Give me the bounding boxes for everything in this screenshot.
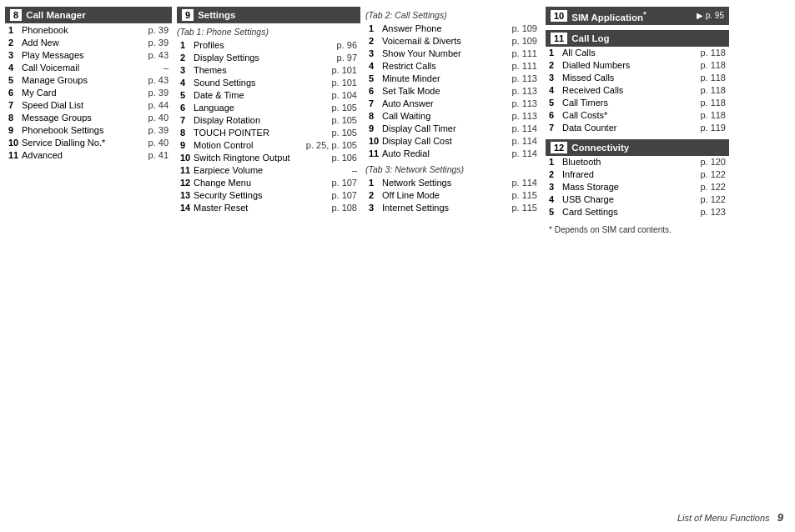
list-item: 9 Display Call Timer p. 114 [365,122,541,134]
list-item: 9 Motion Control p. 25, p. 105 [177,138,360,151]
list-item: 4 Call Voicemail – [5,61,172,73]
list-item: 7 Data Counter p. 119 [546,122,729,134]
list-item: 4 Sound Settings p. 101 [177,76,360,88]
section8-num: 8 [10,9,22,21]
list-item: 6 Set Talk Mode p. 113 [365,84,541,97]
list-item: 10 Display Call Cost p. 114 [365,134,541,147]
list-item: 11 Auto Redial p. 114 [365,147,541,159]
list-item: 5 Date & Time p. 104 [177,88,360,101]
tab2-label: (Tab 2: Call Settings) [365,10,541,20]
list-item: 7 Display Rotation p. 105 [177,113,360,126]
connectivity-list: 1 Bluetooth p. 120 2 Infrared p. 122 3 M… [546,156,729,218]
section10-num: 10 [551,10,567,22]
list-item: 4 USB Charge p. 122 [546,193,729,206]
section12-header: 12 Connectivity [546,139,729,156]
list-item: 11 Earpiece Volume – [177,163,360,176]
section10-header: 10 SIM Application* ▶ p. 95 [546,7,729,25]
list-item: 12 Change Menu p. 107 [177,176,360,188]
call-log-list: 1 All Calls p. 118 2 Dialled Numbers p. … [546,47,729,134]
list-item: 1 All Calls p. 118 [546,47,729,59]
list-item: 2 Infrared p. 122 [546,168,729,181]
list-item: 4 Received Calls p. 118 [546,84,729,97]
list-item: 8 Call Waiting p. 113 [365,109,541,122]
section12-num: 12 [551,142,567,153]
list-item: 1 Answer Phone p. 109 [365,22,541,34]
list-item: 9 Phonebook Settings p. 39 [5,123,172,136]
section9-header: 9 Settings [177,7,360,23]
col3-settings-tabs: (Tab 2: Call Settings) 1 Answer Phone p.… [365,7,541,525]
list-item: 3 Internet Settings p. 115 [365,201,541,213]
list-item: 10 Service Dialling No.* p. 40 [5,136,172,148]
list-item: 6 Language p. 105 [177,101,360,113]
page-footer: List of Menu Functions 9 [677,511,783,524]
list-item: 10 Switch Ringtone Output p. 106 [177,151,360,163]
list-item: 6 Call Costs* p. 118 [546,109,729,122]
list-item: 1 Network Settings p. 114 [365,176,541,188]
section11-num: 11 [551,33,567,44]
col1-call-manager: 8 Call Manager 1 Phonebook p. 39 2 Add N… [5,7,172,525]
settings-tab2-list: 1 Answer Phone p. 109 2 Voicemail & Dive… [365,22,541,159]
list-item: 2 Off Line Mode p. 115 [365,188,541,201]
settings-tab3-list: 1 Network Settings p. 114 2 Off Line Mod… [365,176,541,213]
list-item: 14 Master Reset p. 108 [177,201,360,213]
list-item: 3 Themes p. 101 [177,63,360,76]
list-item: 2 Display Settings p. 97 [177,51,360,63]
list-item: 3 Play Messages p. 43 [5,48,172,61]
list-item: 8 Message Groups p. 40 [5,111,172,123]
list-item: 3 Show Your Number p. 111 [365,47,541,59]
list-item: 5 Card Settings p. 123 [546,206,729,218]
section8-header: 8 Call Manager [5,7,172,23]
tab1-label: (Tab 1: Phone Settings) [177,27,360,37]
list-item: 8 TOUCH POINTER p. 105 [177,126,360,138]
list-item: 7 Auto Answer p. 113 [365,97,541,109]
list-item: 5 Minute Minder p. 113 [365,72,541,84]
list-item: 2 Voicemail & Diverts p. 109 [365,34,541,47]
col4-sim-calllog-connectivity: 10 SIM Application* ▶ p. 95 11 Call Log … [546,7,729,525]
section12-label: Connectivity [571,143,629,153]
tab3-label: (Tab 3: Network Settings) [365,164,541,174]
section11-header: 11 Call Log [546,30,729,47]
list-item: 4 Restrict Calls p. 111 [365,59,541,72]
list-item: 1 Profiles p. 96 [177,38,360,51]
section8-label: Call Manager [26,10,86,20]
list-item: 6 My Card p. 39 [5,86,172,98]
list-item: 13 Security Settings p. 107 [177,188,360,201]
section9-label: Settings [198,10,235,20]
list-item: 7 Speed Dial List p. 44 [5,98,172,111]
section10-page: ▶ p. 95 [697,11,724,20]
list-item: 3 Missed Calls p. 118 [546,72,729,84]
call-manager-list: 1 Phonebook p. 39 2 Add New p. 39 3 Play… [5,23,172,161]
footer-page-num: 9 [777,511,783,524]
list-item: 5 Call Timers p. 118 [546,97,729,109]
section9-num: 9 [182,9,194,21]
list-item: 1 Phonebook p. 39 [5,23,172,36]
settings-tab1-list: 1 Profiles p. 96 2 Display Settings p. 9… [177,38,360,213]
list-item: 2 Dialled Numbers p. 118 [546,59,729,72]
list-item: 3 Mass Storage p. 122 [546,181,729,193]
section10-label: SIM Application* [571,9,647,23]
list-item: 1 Bluetooth p. 120 [546,156,729,168]
page-container: 8 Call Manager 1 Phonebook p. 39 2 Add N… [0,0,795,532]
footer-label: List of Menu Functions [677,513,770,523]
list-item: 2 Add New p. 39 [5,36,172,48]
list-item: 11 Advanced p. 41 [5,148,172,161]
list-item: 5 Manage Groups p. 43 [5,73,172,86]
section11-label: Call Log [571,33,609,43]
section10-superscript: * [643,9,647,18]
col2-settings: 9 Settings (Tab 1: Phone Settings) 1 Pro… [177,7,360,525]
footnote: * Depends on SIM card contents. [546,225,729,234]
